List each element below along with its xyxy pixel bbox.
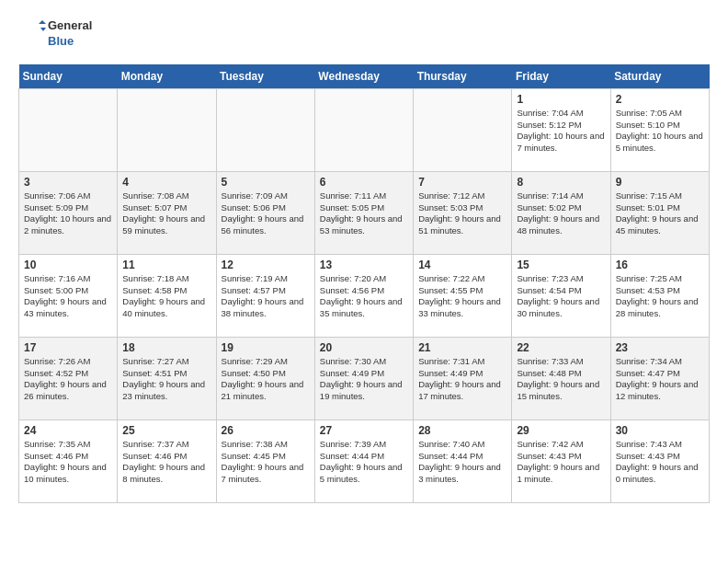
cell-text: Sunrise: 7:11 AMSunset: 5:05 PMDaylight:… (320, 190, 403, 236)
day-number: 15 (517, 259, 605, 271)
calendar-cell: 26 Sunrise: 7:38 AMSunset: 4:45 PMDaylig… (216, 419, 314, 502)
day-number: 9 (616, 176, 704, 189)
day-number: 2 (616, 93, 704, 106)
day-header-tuesday: Tuesday (216, 64, 314, 89)
day-number: 19 (222, 341, 310, 354)
calendar-cell: 10 Sunrise: 7:16 AMSunset: 5:00 PMDaylig… (19, 254, 118, 337)
day-number: 4 (122, 176, 210, 189)
calendar-cell (19, 88, 118, 171)
calendar-cell: 8 Sunrise: 7:14 AMSunset: 5:02 PMDayligh… (512, 171, 610, 254)
day-number: 25 (122, 424, 210, 437)
calendar-cell: 21 Sunrise: 7:31 AMSunset: 4:49 PMDaylig… (414, 337, 512, 419)
calendar-cell: 1 Sunrise: 7:04 AMSunset: 5:12 PMDayligh… (512, 88, 610, 171)
logo-line2: Blue (48, 34, 92, 50)
day-number: 11 (122, 259, 210, 271)
page-header: General Blue (18, 18, 710, 50)
calendar-cell: 17 Sunrise: 7:26 AMSunset: 4:52 PMDaylig… (19, 337, 118, 419)
calendar-cell (216, 88, 314, 171)
cell-text: Sunrise: 7:26 AMSunset: 4:52 PMDaylight:… (24, 356, 107, 401)
cell-text: Sunrise: 7:09 AMSunset: 5:06 PMDaylight:… (222, 190, 304, 236)
cell-text: Sunrise: 7:30 AMSunset: 4:49 PMDaylight:… (320, 356, 403, 401)
calendar-week-row: 3 Sunrise: 7:06 AMSunset: 5:09 PMDayligh… (19, 171, 710, 254)
calendar-cell: 28 Sunrise: 7:40 AMSunset: 4:44 PMDaylig… (414, 419, 512, 502)
logo-text: General Blue (48, 18, 92, 50)
calendar-cell: 29 Sunrise: 7:42 AMSunset: 4:43 PMDaylig… (512, 419, 610, 502)
day-number: 3 (24, 176, 112, 189)
cell-text: Sunrise: 7:27 AMSunset: 4:51 PMDaylight:… (122, 356, 205, 401)
cell-text: Sunrise: 7:16 AMSunset: 5:00 PMDaylight:… (24, 273, 107, 318)
cell-text: Sunrise: 7:34 AMSunset: 4:47 PMDaylight:… (616, 356, 699, 401)
day-number: 26 (222, 424, 310, 437)
day-header-saturday: Saturday (610, 64, 709, 89)
cell-text: Sunrise: 7:15 AMSunset: 5:01 PMDaylight:… (616, 190, 699, 236)
day-number: 24 (24, 424, 112, 437)
cell-text: Sunrise: 7:14 AMSunset: 5:02 PMDaylight:… (517, 190, 599, 236)
svg-marker-1 (40, 28, 46, 31)
cell-text: Sunrise: 7:18 AMSunset: 4:58 PMDaylight:… (122, 273, 205, 318)
calendar-cell: 13 Sunrise: 7:20 AMSunset: 4:56 PMDaylig… (314, 254, 413, 337)
day-number: 8 (517, 176, 605, 189)
day-header-friday: Friday (512, 64, 610, 89)
cell-text: Sunrise: 7:04 AMSunset: 5:12 PMDaylight:… (517, 108, 604, 153)
day-number: 23 (616, 341, 704, 354)
calendar-cell: 25 Sunrise: 7:37 AMSunset: 4:46 PMDaylig… (118, 419, 216, 502)
calendar-cell: 24 Sunrise: 7:35 AMSunset: 4:46 PMDaylig… (19, 419, 118, 502)
calendar-cell: 3 Sunrise: 7:06 AMSunset: 5:09 PMDayligh… (19, 171, 118, 254)
calendar-table: SundayMondayTuesdayWednesdayThursdayFrid… (18, 64, 710, 503)
cell-text: Sunrise: 7:05 AMSunset: 5:10 PMDaylight:… (616, 108, 703, 153)
cell-text: Sunrise: 7:40 AMSunset: 4:44 PMDaylight:… (418, 439, 501, 484)
day-number: 7 (418, 176, 506, 189)
calendar-cell: 5 Sunrise: 7:09 AMSunset: 5:06 PMDayligh… (216, 171, 314, 254)
calendar-cell: 27 Sunrise: 7:39 AMSunset: 4:44 PMDaylig… (314, 419, 413, 502)
calendar-cell: 2 Sunrise: 7:05 AMSunset: 5:10 PMDayligh… (610, 88, 709, 171)
calendar-cell: 18 Sunrise: 7:27 AMSunset: 4:51 PMDaylig… (118, 337, 216, 419)
day-number: 16 (616, 259, 704, 271)
calendar-cell: 7 Sunrise: 7:12 AMSunset: 5:03 PMDayligh… (414, 171, 512, 254)
day-number: 21 (418, 341, 506, 354)
logo-bird-icon (18, 20, 46, 48)
day-number: 22 (517, 341, 605, 354)
cell-text: Sunrise: 7:43 AMSunset: 4:43 PMDaylight:… (616, 439, 699, 484)
cell-text: Sunrise: 7:38 AMSunset: 4:45 PMDaylight:… (222, 439, 304, 484)
calendar-week-row: 10 Sunrise: 7:16 AMSunset: 5:00 PMDaylig… (19, 254, 710, 337)
calendar-header-row: SundayMondayTuesdayWednesdayThursdayFrid… (19, 64, 710, 89)
calendar-cell (314, 88, 413, 171)
calendar-cell: 23 Sunrise: 7:34 AMSunset: 4:47 PMDaylig… (610, 337, 709, 419)
cell-text: Sunrise: 7:42 AMSunset: 4:43 PMDaylight:… (517, 439, 599, 484)
calendar-cell: 4 Sunrise: 7:08 AMSunset: 5:07 PMDayligh… (118, 171, 216, 254)
day-number: 14 (418, 259, 506, 271)
day-header-monday: Monday (118, 64, 216, 89)
calendar-cell (414, 88, 512, 171)
cell-text: Sunrise: 7:37 AMSunset: 4:46 PMDaylight:… (122, 439, 205, 484)
cell-text: Sunrise: 7:25 AMSunset: 4:53 PMDaylight:… (616, 273, 699, 318)
day-number: 10 (24, 259, 112, 271)
cell-text: Sunrise: 7:08 AMSunset: 5:07 PMDaylight:… (122, 190, 205, 236)
cell-text: Sunrise: 7:22 AMSunset: 4:55 PMDaylight:… (418, 273, 501, 318)
day-number: 28 (418, 424, 506, 437)
cell-text: Sunrise: 7:35 AMSunset: 4:46 PMDaylight:… (24, 439, 107, 484)
cell-text: Sunrise: 7:20 AMSunset: 4:56 PMDaylight:… (320, 273, 403, 318)
cell-text: Sunrise: 7:33 AMSunset: 4:48 PMDaylight:… (517, 356, 599, 401)
calendar-cell: 11 Sunrise: 7:18 AMSunset: 4:58 PMDaylig… (118, 254, 216, 337)
cell-text: Sunrise: 7:39 AMSunset: 4:44 PMDaylight:… (320, 439, 403, 484)
day-header-sunday: Sunday (19, 64, 118, 89)
calendar-cell: 30 Sunrise: 7:43 AMSunset: 4:43 PMDaylig… (610, 419, 709, 502)
day-number: 17 (24, 341, 112, 354)
day-number: 13 (320, 259, 408, 271)
day-number: 29 (517, 424, 605, 437)
cell-text: Sunrise: 7:23 AMSunset: 4:54 PMDaylight:… (517, 273, 599, 318)
logo-line1: General (48, 18, 92, 34)
calendar-cell: 15 Sunrise: 7:23 AMSunset: 4:54 PMDaylig… (512, 254, 610, 337)
calendar-week-row: 24 Sunrise: 7:35 AMSunset: 4:46 PMDaylig… (19, 419, 710, 502)
day-number: 1 (517, 93, 605, 106)
cell-text: Sunrise: 7:31 AMSunset: 4:49 PMDaylight:… (418, 356, 501, 401)
calendar-cell: 22 Sunrise: 7:33 AMSunset: 4:48 PMDaylig… (512, 337, 610, 419)
day-header-wednesday: Wednesday (314, 64, 413, 89)
calendar-cell: 14 Sunrise: 7:22 AMSunset: 4:55 PMDaylig… (414, 254, 512, 337)
calendar-week-row: 17 Sunrise: 7:26 AMSunset: 4:52 PMDaylig… (19, 337, 710, 419)
cell-text: Sunrise: 7:29 AMSunset: 4:50 PMDaylight:… (222, 356, 304, 401)
day-number: 27 (320, 424, 408, 437)
calendar-cell: 19 Sunrise: 7:29 AMSunset: 4:50 PMDaylig… (216, 337, 314, 419)
calendar-cell (118, 88, 216, 171)
cell-text: Sunrise: 7:19 AMSunset: 4:57 PMDaylight:… (222, 273, 304, 318)
